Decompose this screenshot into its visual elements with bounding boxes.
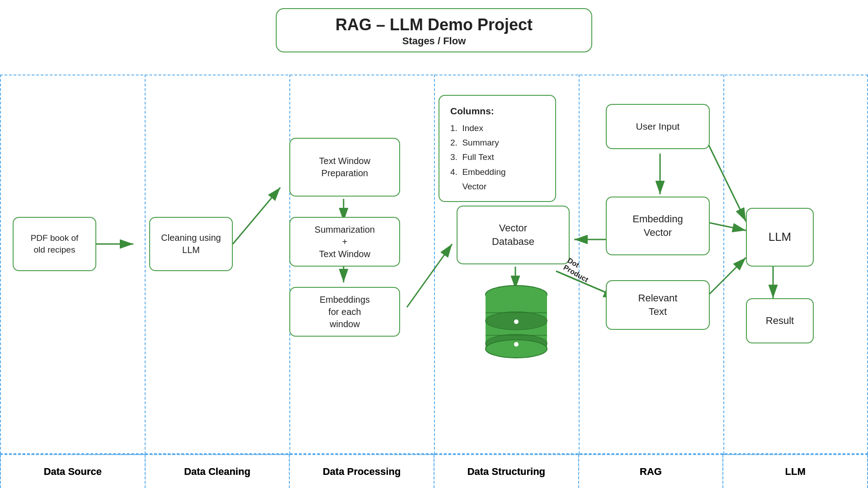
arrows-layer (0, 0, 868, 488)
vector-database-box: Vector Database (457, 206, 570, 264)
columns-title: Columns: (450, 103, 544, 119)
main-title: RAG – LLM Demo Project (313, 15, 555, 34)
bottom-labels: Data Source Data Cleaning Data Processin… (0, 454, 868, 488)
summarization-box: Summarization + Text Window (289, 217, 400, 267)
col-item-2: 2. Summary (450, 136, 544, 150)
svg-point-22 (514, 319, 519, 324)
label-datastructuring: Data Structuring (467, 466, 545, 478)
cleaning-box: Cleaning using LLM (149, 217, 233, 271)
pdf-book-box: PDF book of old recipes (13, 217, 96, 271)
label-datacleaning: Data Cleaning (184, 466, 250, 478)
col-item-4: 4. Embedding Vector (450, 165, 544, 194)
svg-point-23 (514, 342, 519, 347)
database-cylinder (484, 285, 549, 361)
user-input-box: User Input (606, 104, 710, 149)
label-rag: RAG (640, 466, 662, 478)
sub-title: Stages / Flow (313, 35, 555, 47)
columns-info-box: Columns: 1. Index 2. Summary 3. Full Tex… (439, 95, 556, 202)
svg-line-3 (233, 188, 280, 244)
col-item-3: 3. Full Text (450, 150, 544, 164)
text-window-box: Text Window Preparation (289, 138, 400, 197)
label-llm: LLM (785, 466, 806, 478)
label-datasource: Data Source (44, 466, 102, 478)
svg-line-6 (407, 244, 452, 307)
llm-box: LLM (746, 208, 814, 267)
relevant-text-box: Relevant Text (606, 280, 710, 330)
result-box: Result (746, 298, 814, 343)
embedding-vector-box: Embedding Vector (606, 197, 710, 255)
title-box: RAG – LLM Demo Project Stages / Flow (276, 8, 592, 52)
col-item-1: 1. Index (450, 121, 544, 136)
label-dataprocessing: Data Processing (323, 466, 401, 478)
embeddings-window-box: Embeddings for each window (289, 287, 400, 337)
